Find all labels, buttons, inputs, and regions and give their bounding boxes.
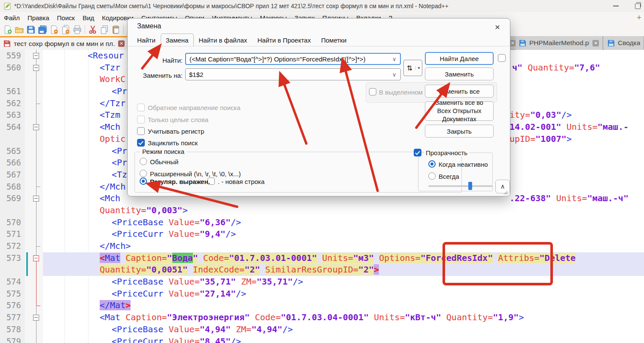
transparency-radio-1[interactable] [428,172,436,180]
fold-collapse-icon[interactable] [33,124,39,130]
code-line[interactable]: <PriceCurr Value="9,4"/> [43,228,644,240]
code-line[interactable]: <Mat Caption="Электроэнергия" Code="01.7… [43,312,644,324]
fold-line-red [36,276,37,288]
code-line-fragment: 14.02-001" Units="маш.- [510,121,629,133]
find-next-button[interactable]: Найти Далее [425,52,494,65]
resize-grip[interactable] [504,190,508,195]
close-button[interactable]: Закрыть [425,125,494,138]
editor-row: 577<Mat Caption="Электроэнергия" Code="0… [0,312,644,324]
transparency-radio-label-0: Когда неактивно [439,161,488,168]
find-input[interactable] [185,53,401,65]
line-number: 559 [0,50,25,62]
code-line[interactable]: <PriceBase Value="4,94" ZM="4,94"/> [43,324,644,336]
in-selection-checkbox[interactable] [369,88,376,95]
fold-collapse-icon[interactable] [33,65,39,71]
line-number: 579 [0,336,25,343]
fold-margin [25,324,43,336]
search-mode-radio-2[interactable] [140,178,147,185]
dialog-tab-strip: НайтиЗаменаНайти в файлахНайти в Проекта… [132,34,352,46]
toolbar-save-all-icon[interactable] [37,24,48,35]
transparency-slider-handle[interactable] [468,182,472,190]
fold-margin [25,86,43,98]
replace-button[interactable]: Заменить [425,67,494,80]
find-label: Найти: [136,57,183,64]
menu-item-2[interactable]: Поиск [53,13,79,23]
dialog-tab-4[interactable]: Пометки [316,34,351,46]
fold-collapse-icon[interactable] [33,196,39,202]
fold-margin [25,157,43,169]
fold-collapse-icon[interactable] [33,255,39,261]
dialog-tab-3[interactable]: Найти в Проектах [252,34,316,46]
hidden-tab-close-icon[interactable]: ✕ [510,40,516,46]
tab-close-icon[interactable]: ✕ [592,40,599,46]
code-line[interactable]: </Mat> [43,300,644,312]
dialog-tab-2[interactable]: Найти в файлах [194,34,253,46]
toolbar-close-file-icon[interactable] [48,24,60,35]
code-line[interactable]: Quantity="0,003"> [43,205,644,217]
toolbar-separator [85,25,85,34]
toolbar-new-file-icon[interactable] [2,24,13,35]
transparency-radio-label-1: Всегда [439,173,459,180]
dialog-close-icon[interactable]: × [490,21,505,33]
transparency-slider[interactable] [428,185,493,187]
replace-input[interactable] [185,68,401,80]
toolbar-save-icon[interactable] [25,24,37,35]
code-line[interactable]: <PriceBase Value="6,36"/> [43,217,644,229]
search-mode-radio-1[interactable] [140,170,147,177]
swap-caret-icon: ▼ [415,66,422,70]
replace-all-button[interactable]: Заменить все [425,85,494,98]
toolbar-close-all-icon[interactable] [60,24,71,35]
code-line[interactable]: </Mch> [43,240,644,252]
replace-dialog: Замена × НайтиЗаменаНайти в файлахНайти … [127,18,510,196]
menu-overflow-plus[interactable]: + [637,13,641,22]
fold-collapse-icon[interactable] [33,315,39,321]
editor-row: 578<PriceBase Value="4,94" ZM="4,94"/> [0,324,644,336]
find-next-checkbox[interactable] [498,54,506,62]
dot-matches-newline-label: . - новая строка [218,178,265,185]
file-tab-0[interactable]: тест сохр формул в см мин и пл.xml✕ [0,36,128,50]
option-label-2: Учитывать регистр [148,128,204,135]
toolbar-open-folder-icon[interactable] [13,24,25,35]
fold-margin [25,312,43,324]
toolbar-copy-icon[interactable] [98,24,110,35]
menu-item-0[interactable]: Файл [0,13,24,23]
option-checkbox-1[interactable] [137,116,145,123]
search-mode-radio-label-1: Расширенный (\n, \r, \t, \0, \x...) [150,170,241,178]
replace-all-open-docs-button[interactable]: Заменить все во Всех Открытых Документах [425,101,494,121]
editor-row: 574<PriceBase Value="35,71" ZM="35,71"/> [0,276,644,288]
search-mode-radio-0[interactable] [140,158,147,165]
option-checkbox-2[interactable] [137,127,145,135]
option-checkbox-3[interactable] [137,139,145,147]
transparency-checkbox[interactable] [414,149,421,156]
line-number: 567 [0,169,25,181]
restore-button[interactable] [635,3,641,9]
toolbar-print-icon[interactable] [71,24,83,35]
line-number: 568 [0,181,25,193]
code-line[interactable]: Quantity="0,0051" IndexCode="2" SimilarR… [43,264,644,276]
code-line[interactable]: <Mat Caption="Вода" Code="01.7.03.01-000… [43,252,644,264]
transparency-radio-0[interactable] [428,160,436,168]
replace-combo-chevron-icon[interactable]: ∨ [392,71,397,78]
find-combo-chevron-icon[interactable]: ∨ [392,56,397,62]
toolbar-cut-icon[interactable] [87,24,98,35]
file-tab-1[interactable]: PHPMailerMethod.php✕ [516,36,603,50]
minimize-button[interactable] [613,6,619,6]
menu-item-1[interactable]: Правка [24,13,53,23]
code-line[interactable]: <PriceCurr Value="8,45"/> [43,336,644,343]
fold-line [36,324,37,336]
option-checkbox-0[interactable] [137,104,145,111]
dialog-tab-1[interactable]: Замена [161,34,194,46]
code-line[interactable]: <PriceBase Value="35,71" ZM="35,71"/> [43,276,644,288]
tab-close-icon[interactable]: ✕ [118,40,125,47]
fold-margin [25,276,43,288]
search-mode-radio-label-2: Регуляр. выражен. [150,178,210,185]
toolbar-paste-icon[interactable] [110,24,122,35]
fold-collapse-icon[interactable] [33,53,39,59]
fold-margin [25,74,43,86]
menu-item-3[interactable]: Вид [79,13,98,23]
file-tab-2[interactable]: Сводка М [604,36,644,50]
code-line[interactable]: <PriceCurr Value="27,14"/> [43,288,644,300]
line-number: 577 [0,312,25,324]
swap-find-replace-button[interactable]: ⇅ ▼ [403,60,422,76]
dialog-tab-0[interactable]: Найти [132,34,161,46]
